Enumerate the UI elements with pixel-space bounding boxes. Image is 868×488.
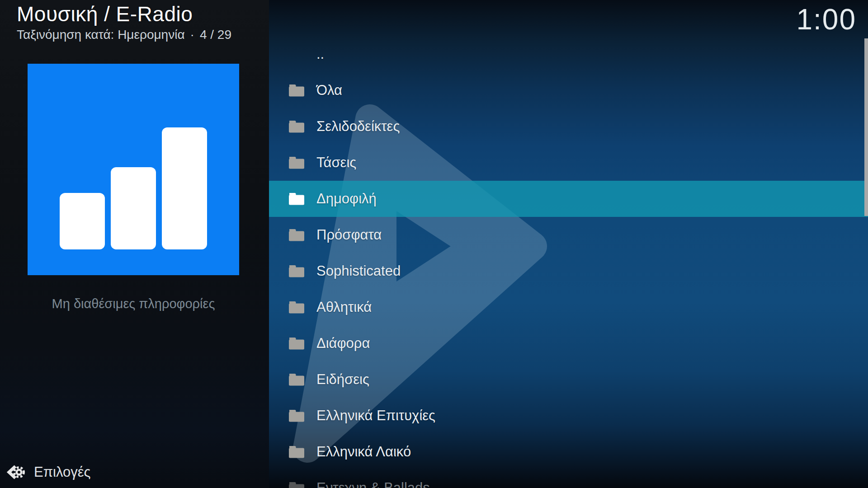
folder-icon (288, 192, 305, 206)
item-count: 4 / 29 (200, 28, 231, 42)
folder-icon (288, 300, 305, 314)
folder-list: ..ΌλαΣελιδοδείκτεςΤάσειςΔημοφιλήΠρόσφατα… (269, 36, 868, 488)
list-item[interactable]: Ελληνικά Λαικό (269, 434, 868, 470)
options-icon (6, 463, 25, 482)
folder-icon (288, 373, 305, 386)
folder-icon (288, 337, 305, 350)
thumbnail-bar (60, 193, 105, 249)
list-item[interactable]: Σελιδοδείκτες (269, 108, 868, 145)
options-label: Επιλογές (34, 464, 90, 480)
list-item-label: Εντεχνη & Ballads (316, 480, 430, 488)
icon-spacer (288, 47, 305, 61)
options-button[interactable]: Επιλογές (6, 463, 90, 482)
page-title: Μουσική / E-Radio (17, 2, 231, 26)
list-item[interactable]: .. (269, 36, 868, 72)
sort-info: Ταξινόμηση κατά: Ημερομηνία·4 / 29 (17, 28, 231, 42)
no-info-text: Μη διαθέσιμες πληροφορίες (0, 296, 267, 311)
list-item[interactable]: Ειδήσεις (269, 361, 868, 398)
list-item-label: Όλα (316, 82, 342, 99)
addon-thumbnail (28, 64, 239, 275)
list-item-label: Δημοφιλή (316, 191, 377, 207)
folder-icon (288, 84, 305, 97)
folder-icon (288, 409, 305, 422)
sort-label: Ταξινόμηση κατά: Ημερομηνία (17, 28, 185, 42)
header: Μουσική / E-Radio Ταξινόμηση κατά: Ημερο… (17, 2, 231, 42)
folder-icon (288, 481, 305, 488)
separator-dot: · (190, 28, 194, 42)
list-item-label: Σελιδοδείκτες (316, 118, 400, 135)
list-item[interactable]: Όλα (269, 72, 868, 108)
list-item[interactable]: Αθλητικά (269, 289, 868, 325)
list-item-label: Ειδήσεις (316, 371, 369, 388)
thumbnail-bar (111, 167, 156, 249)
list-item-label: Ελληνικά Επιτυχίες (316, 408, 435, 424)
list-item-label: Τάσεις (316, 155, 356, 171)
list-item[interactable]: Πρόσφατα (269, 217, 868, 253)
folder-icon (288, 228, 305, 242)
list-item-label: Sophisticated (316, 263, 401, 279)
list-item[interactable]: Τάσεις (269, 145, 868, 181)
folder-icon (288, 120, 305, 133)
clock: 1:00 (796, 3, 856, 36)
kodi-screen: ..ΌλαΣελιδοδείκτεςΤάσειςΔημοφιλήΠρόσφατα… (0, 0, 868, 488)
thumbnail-bar (162, 127, 207, 249)
scrollbar-thumb[interactable] (864, 38, 868, 216)
folder-icon (288, 156, 305, 169)
side-panel: Μουσική / E-Radio Ταξινόμηση κατά: Ημερο… (0, 0, 269, 488)
list-item-label: Αθλητικά (316, 299, 372, 315)
folder-icon (288, 445, 305, 459)
list-item[interactable]: Εντεχνη & Ballads (269, 470, 868, 488)
list-item[interactable]: Δημοφιλή (269, 181, 868, 217)
list-item-label: .. (316, 46, 324, 62)
list-item-label: Ελληνικά Λαικό (316, 444, 411, 460)
folder-icon (288, 264, 305, 278)
list-item-label: Πρόσφατα (316, 227, 382, 243)
list-item[interactable]: Ελληνικά Επιτυχίες (269, 398, 868, 434)
list-item-label: Διάφορα (316, 335, 370, 352)
list-item[interactable]: Sophisticated (269, 253, 868, 289)
list-item[interactable]: Διάφορα (269, 325, 868, 361)
